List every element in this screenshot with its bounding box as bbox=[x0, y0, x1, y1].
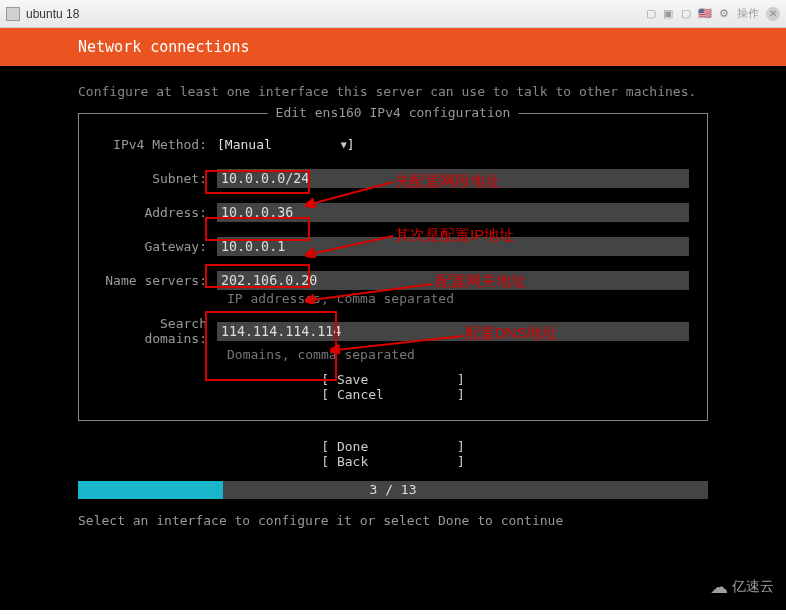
screen-icon-3[interactable]: ▢ bbox=[681, 7, 691, 19]
subnet-label: Subnet: bbox=[97, 171, 217, 186]
row-subnet: Subnet: bbox=[97, 168, 689, 188]
watermark-text: 亿速云 bbox=[732, 578, 774, 596]
close-icon[interactable]: ✕ bbox=[766, 7, 780, 21]
vm-logo-icon bbox=[6, 7, 20, 21]
page-title: Network connections bbox=[78, 38, 250, 56]
vm-title: ubuntu 18 bbox=[26, 7, 79, 21]
address-input[interactable] bbox=[217, 203, 689, 222]
bottom-hint: Select an interface to configure it or s… bbox=[0, 499, 786, 528]
annotation-address: 其次是配置IP地址 bbox=[395, 226, 514, 245]
method-select[interactable]: [ Manual▼ ] bbox=[217, 137, 355, 152]
progress-text: 3 / 13 bbox=[78, 481, 708, 499]
row-method: IPv4 Method: [ Manual▼ ] bbox=[97, 134, 689, 154]
cloud-icon: ☁ bbox=[710, 576, 728, 598]
dns-hint: IP addresses, comma separated bbox=[97, 291, 689, 306]
gateway-label: Gateway: bbox=[97, 239, 217, 254]
method-value: Manual bbox=[225, 137, 335, 152]
annotation-subnet: 先配置网段地址 bbox=[395, 172, 500, 191]
cancel-button[interactable]: [ Cancel] bbox=[97, 387, 689, 402]
screen-header: Network connections bbox=[0, 28, 786, 66]
search-input[interactable] bbox=[217, 322, 689, 341]
screen-icon-2[interactable]: ▣ bbox=[663, 7, 673, 19]
search-label: Search domains: bbox=[97, 316, 217, 346]
subtitle-text: Configure at least one interface this se… bbox=[78, 84, 708, 99]
row-search: Search domains: bbox=[97, 316, 689, 346]
chevron-down-icon: ▼ bbox=[341, 139, 347, 150]
gear-icon[interactable]: ⚙ bbox=[719, 7, 729, 19]
search-hint: Domains, comma separated bbox=[97, 347, 689, 362]
dns-label: Name servers: bbox=[97, 273, 217, 288]
row-gateway: Gateway: bbox=[97, 236, 689, 256]
terminal-screen: Network connections Configure at least o… bbox=[0, 28, 786, 610]
row-dns: Name servers: bbox=[97, 270, 689, 290]
address-label: Address: bbox=[97, 205, 217, 220]
save-button[interactable]: [ Save] bbox=[97, 372, 689, 387]
flag-icon[interactable]: 🇺🇸 bbox=[698, 7, 712, 19]
screen-icon[interactable]: ▢ bbox=[646, 7, 656, 19]
done-button[interactable]: [ Done] bbox=[78, 439, 708, 454]
annotation-dns: 配置DNS地址 bbox=[465, 324, 557, 343]
row-address: Address: bbox=[97, 202, 689, 222]
method-label: IPv4 Method: bbox=[97, 137, 217, 152]
back-button[interactable]: [ Back] bbox=[78, 454, 708, 469]
vm-titlebar: ubuntu 18 ▢ ▣ ▢ 🇺🇸 ⚙ 操作 ✕ bbox=[0, 0, 786, 28]
annotation-gateway: 配置网关地址 bbox=[436, 272, 526, 291]
watermark: ☁ 亿速云 bbox=[710, 576, 774, 598]
vm-titlebar-controls: ▢ ▣ ▢ 🇺🇸 ⚙ 操作 ✕ bbox=[642, 6, 780, 21]
box-title: Edit ens160 IPv4 configuration bbox=[268, 105, 519, 120]
progress-bar: 3 / 13 bbox=[78, 481, 708, 499]
config-box: Edit ens160 IPv4 configuration IPv4 Meth… bbox=[78, 113, 708, 421]
action-label[interactable]: 操作 bbox=[737, 7, 759, 19]
